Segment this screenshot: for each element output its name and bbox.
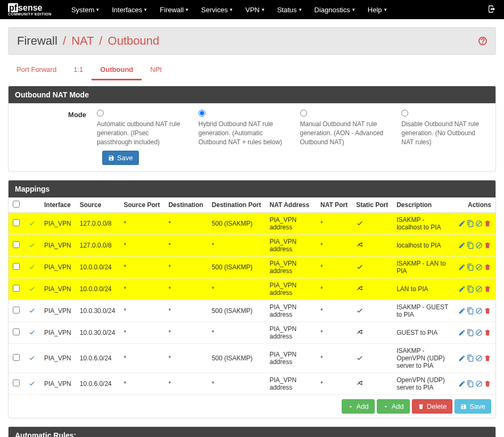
add-top-button[interactable]: Add xyxy=(342,399,375,414)
col-description: Description xyxy=(392,197,454,213)
tab-1:1[interactable]: 1:1 xyxy=(65,60,92,80)
mode-option-1: Hybrid Outbound NAT rule generation. (Au… xyxy=(199,110,284,146)
nav-item-vpn[interactable]: VPN ▾ xyxy=(239,2,271,18)
copy-icon[interactable] xyxy=(467,220,474,227)
row-checkbox[interactable] xyxy=(13,307,20,314)
status-icon xyxy=(28,356,36,363)
mapping-row[interactable]: PIA_VPN127.0.0.0/8**500 (ISAKMP)PIA_VPN … xyxy=(9,213,495,235)
mapping-row[interactable]: PIA_VPN10.0.6.0/24**500 (ISAKMP)PIA_VPN … xyxy=(9,344,495,373)
copy-icon[interactable] xyxy=(467,285,474,293)
edit-icon[interactable] xyxy=(458,380,466,387)
breadcrumb-nat[interactable]: NAT xyxy=(71,34,94,47)
breadcrumb-outbound[interactable]: Outbound xyxy=(108,34,160,47)
delete-icon[interactable] xyxy=(484,263,491,271)
row-checkbox[interactable] xyxy=(13,354,20,361)
mode-radio-3[interactable] xyxy=(401,110,408,117)
disable-icon[interactable] xyxy=(475,307,483,315)
edit-icon[interactable] xyxy=(458,354,466,362)
save-order-button[interactable]: Save xyxy=(455,399,491,414)
tab-outbound[interactable]: Outbound xyxy=(92,60,142,80)
mapping-row[interactable]: PIA_VPN10.0.0.0/24**500 (ISAKMP)PIA_VPN … xyxy=(9,257,495,278)
nav-items: System ▾Interfaces ▾Firewall ▾Services ▾… xyxy=(65,2,393,18)
edit-icon[interactable] xyxy=(458,263,466,271)
mode-option-0: Automatic outbound NAT rule generation. … xyxy=(97,110,183,146)
delete-icon[interactable] xyxy=(484,220,491,227)
col-destination: Destination xyxy=(164,197,207,213)
delete-icon[interactable] xyxy=(484,242,491,249)
mode-radio-1[interactable] xyxy=(199,110,205,117)
disable-icon[interactable] xyxy=(475,380,483,387)
col-actions: Actions xyxy=(454,197,495,213)
select-all-checkbox[interactable] xyxy=(13,201,20,208)
panel-auto-rules: Automatic Rules: InterfaceSourceSource P… xyxy=(8,426,496,437)
disable-icon[interactable] xyxy=(475,354,483,362)
navbar: pfsense COMMUNITY EDITION System ▾Interf… xyxy=(0,0,504,19)
delete-icon[interactable] xyxy=(484,329,491,336)
copy-icon[interactable] xyxy=(467,307,474,315)
edit-icon[interactable] xyxy=(458,307,466,315)
nav-item-status[interactable]: Status ▾ xyxy=(271,2,308,18)
delete-icon[interactable] xyxy=(484,354,491,362)
nav-item-firewall[interactable]: Firewall ▾ xyxy=(153,2,195,18)
delete-icon[interactable] xyxy=(484,285,491,293)
row-checkbox[interactable] xyxy=(13,328,20,335)
panel-header-nat-mode: Outbound NAT Mode xyxy=(9,86,495,103)
nav-item-services[interactable]: Services ▾ xyxy=(195,2,239,18)
edit-icon[interactable] xyxy=(458,220,466,227)
logout-button[interactable] xyxy=(488,5,496,15)
row-checkbox[interactable] xyxy=(13,219,20,226)
disable-icon[interactable] xyxy=(475,263,483,271)
disable-icon[interactable] xyxy=(475,285,483,293)
copy-icon[interactable] xyxy=(467,329,474,336)
delete-icon[interactable] xyxy=(484,380,491,387)
mapping-row[interactable]: PIA_VPN127.0.0.0/8***PIA_VPN address*loc… xyxy=(9,235,495,257)
logo[interactable]: pfsense COMMUNITY EDITION xyxy=(8,4,52,16)
disable-icon[interactable] xyxy=(475,242,483,249)
mode-radio-0[interactable] xyxy=(97,110,104,117)
col-nat-port: NAT Port xyxy=(316,197,352,213)
delete-button[interactable]: Delete xyxy=(412,399,453,414)
edit-icon[interactable] xyxy=(458,242,466,249)
disable-icon[interactable] xyxy=(475,220,483,227)
edit-icon[interactable] xyxy=(458,285,466,293)
add-bottom-button[interactable]: Add xyxy=(377,399,410,414)
mode-label: Mode xyxy=(17,110,86,146)
copy-icon[interactable] xyxy=(467,380,474,387)
col-destination-port: Destination Port xyxy=(208,197,266,213)
col-source-port: Source Port xyxy=(119,197,164,213)
copy-icon[interactable] xyxy=(467,242,474,249)
mode-radio-2[interactable] xyxy=(300,110,307,117)
help-icon[interactable]: ? xyxy=(478,37,487,45)
row-checkbox[interactable] xyxy=(13,263,20,270)
copy-icon[interactable] xyxy=(467,263,474,271)
mapping-row[interactable]: PIA_VPN10.0.30.0/24***PIA_VPN address*GU… xyxy=(9,322,495,344)
copy-icon[interactable] xyxy=(467,354,474,362)
mapping-row[interactable]: PIA_VPN10.0.30.0/24**500 (ISAKMP)PIA_VPN… xyxy=(9,300,495,322)
panel-header-auto: Automatic Rules: xyxy=(9,427,495,437)
mapping-row[interactable]: PIA_VPN10.0.0.0/24***PIA_VPN address*LAN… xyxy=(9,278,495,300)
delete-icon[interactable] xyxy=(484,307,491,315)
row-checkbox[interactable] xyxy=(13,285,20,292)
nav-item-system[interactable]: System ▾ xyxy=(65,2,105,18)
tab-npt[interactable]: NPt xyxy=(142,60,170,80)
nav-item-interfaces[interactable]: Interfaces ▾ xyxy=(105,2,153,18)
mode-options: Automatic outbound NAT rule generation. … xyxy=(97,110,487,146)
tab-port-forward[interactable]: Port Forward xyxy=(8,60,65,80)
status-icon xyxy=(28,308,36,316)
row-checkbox[interactable] xyxy=(13,380,20,386)
status-icon xyxy=(28,381,36,389)
col-nat-address: NAT Address xyxy=(265,197,316,213)
nav-item-diagnostics[interactable]: Diagnostics ▾ xyxy=(308,2,361,18)
disable-icon[interactable] xyxy=(475,329,483,336)
panel-nat-mode: Outbound NAT Mode Mode Automatic outboun… xyxy=(8,86,496,172)
col-static-port: Static Port xyxy=(352,197,392,213)
status-icon xyxy=(28,330,36,337)
save-button[interactable]: Save xyxy=(102,151,139,165)
status-icon xyxy=(28,243,36,250)
row-checkbox[interactable] xyxy=(13,241,20,248)
mapping-row[interactable]: PIA_VPN10.0.6.0/24***PIA_VPN address*Ope… xyxy=(9,373,495,395)
nav-item-help[interactable]: Help ▾ xyxy=(361,2,393,18)
edit-icon[interactable] xyxy=(458,329,466,336)
panel-mappings: Mappings InterfaceSourceSource PortDesti… xyxy=(8,180,496,418)
tabs: Port Forward1:1OutboundNPt xyxy=(8,60,496,80)
